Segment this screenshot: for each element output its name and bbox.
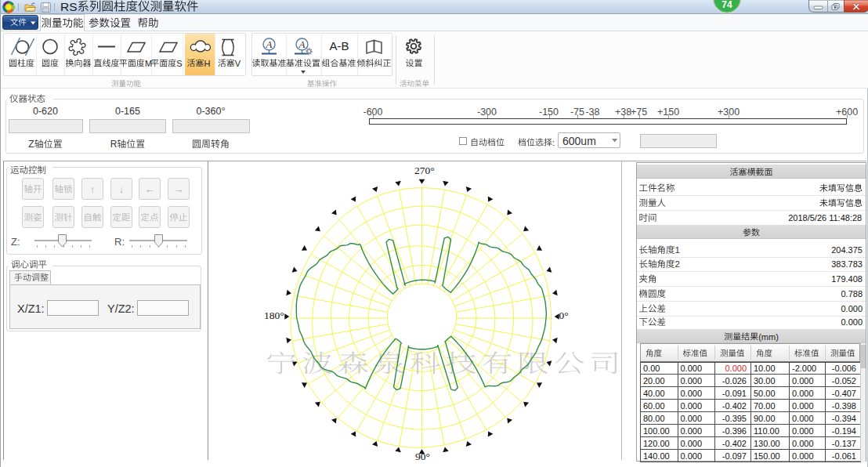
svg-text:90°: 90°: [415, 451, 430, 462]
svg-text:-0.396: -0.396: [722, 426, 747, 436]
svg-text:↑: ↑: [90, 183, 96, 195]
svg-text:20.00: 20.00: [643, 376, 665, 386]
svg-text:RS: RS: [60, 0, 78, 13]
svg-text:-150: -150: [539, 107, 559, 118]
svg-text:-0.398: -0.398: [832, 401, 856, 411]
svg-text:+75: +75: [631, 107, 647, 118]
svg-text:-0.407: -0.407: [832, 389, 856, 398]
svg-text:+300: +300: [718, 107, 740, 118]
svg-text:80.00: 80.00: [643, 414, 665, 423]
svg-text:0.000: 0.000: [725, 364, 747, 373]
svg-text:←: ←: [145, 183, 155, 195]
svg-text:10.00: 10.00: [754, 364, 776, 373]
svg-text:140.00: 140.00: [643, 451, 670, 461]
svg-text:(mm): (mm): [758, 332, 779, 342]
svg-text:90.00: 90.00: [754, 414, 776, 423]
svg-text:-75: -75: [570, 107, 584, 118]
svg-text:0.000: 0.000: [681, 401, 703, 411]
svg-text:0°: 0°: [559, 310, 569, 321]
svg-text:1: 1: [675, 245, 680, 255]
svg-text:0.000: 0.000: [841, 304, 863, 313]
svg-text:-0.091: -0.091: [722, 389, 747, 398]
svg-text:50.00: 50.00: [754, 389, 776, 398]
svg-text:0-620: 0-620: [33, 106, 58, 117]
svg-text:2018/5/26 11:48:28: 2018/5/26 11:48:28: [788, 213, 862, 223]
svg-text:-0.061: -0.061: [832, 451, 856, 461]
svg-text:V: V: [235, 59, 241, 68]
svg-text:+600: +600: [836, 107, 858, 118]
svg-text:0.000: 0.000: [792, 414, 814, 423]
svg-text:130.00: 130.00: [754, 439, 780, 448]
svg-text:0.000: 0.000: [681, 376, 703, 386]
svg-text:0.000: 0.000: [841, 317, 863, 327]
svg-text:-38: -38: [585, 107, 599, 118]
svg-text:0.000: 0.000: [681, 414, 703, 423]
svg-text:30.00: 30.00: [754, 376, 776, 386]
svg-text:-0.394: -0.394: [832, 414, 856, 423]
svg-text:↓: ↓: [119, 183, 125, 195]
svg-text:-300: -300: [477, 107, 497, 118]
svg-text:0.00: 0.00: [643, 364, 660, 373]
svg-text:2: 2: [675, 259, 680, 269]
svg-text:S: S: [176, 59, 182, 68]
svg-text:-0.395: -0.395: [722, 414, 747, 423]
svg-text:0.000: 0.000: [681, 439, 703, 448]
svg-text:0.000: 0.000: [792, 439, 814, 448]
svg-text:270°: 270°: [414, 165, 435, 176]
svg-text:0-165: 0-165: [115, 106, 140, 117]
svg-text:-0.137: -0.137: [832, 439, 856, 448]
svg-text:-0.402: -0.402: [722, 401, 747, 411]
svg-text:600um: 600um: [562, 135, 596, 147]
svg-text:0.000: 0.000: [792, 451, 814, 461]
svg-text:383.783: 383.783: [831, 259, 863, 269]
svg-text:-0.006: -0.006: [832, 364, 856, 373]
svg-text:0.000: 0.000: [681, 451, 703, 461]
svg-text:X/Z1:: X/Z1:: [17, 302, 45, 315]
svg-text:R: R: [110, 139, 118, 150]
svg-text:0-360°: 0-360°: [197, 106, 226, 117]
svg-text:H: H: [204, 59, 211, 68]
svg-text:R:: R:: [114, 236, 125, 248]
svg-text:150.00: 150.00: [754, 451, 780, 461]
svg-text:0.000: 0.000: [681, 426, 703, 436]
svg-text:Z: Z: [28, 139, 34, 150]
svg-text:0.000: 0.000: [792, 401, 814, 411]
svg-text:180°: 180°: [264, 310, 284, 321]
svg-text:110.00: 110.00: [754, 426, 779, 436]
svg-text:0.788: 0.788: [841, 289, 863, 299]
svg-text:0.000: 0.000: [792, 376, 814, 386]
svg-text:-0.026: -0.026: [722, 376, 747, 386]
svg-text:-0.402: -0.402: [722, 439, 747, 448]
svg-text:40.00: 40.00: [643, 389, 665, 398]
svg-text:-0.097: -0.097: [722, 451, 747, 461]
svg-text:M: M: [145, 59, 152, 68]
svg-text:-0.052: -0.052: [832, 376, 856, 386]
svg-text:+38: +38: [615, 107, 631, 118]
svg-text:0.000: 0.000: [792, 389, 814, 398]
svg-text:0.000: 0.000: [681, 364, 703, 373]
svg-text:-2.000: -2.000: [792, 364, 816, 373]
svg-text:Z:: Z:: [11, 236, 20, 248]
svg-text:0.000: 0.000: [681, 389, 703, 398]
svg-text:+150: +150: [657, 107, 679, 118]
svg-text:120.00: 120.00: [643, 439, 670, 448]
svg-text:70.00: 70.00: [754, 401, 776, 411]
svg-text:60.00: 60.00: [643, 401, 665, 411]
svg-text:204.375: 204.375: [831, 245, 863, 255]
svg-text:100.00: 100.00: [643, 426, 670, 436]
svg-text:0.000: 0.000: [792, 426, 814, 436]
svg-text:→: →: [174, 183, 184, 195]
svg-text:179.408: 179.408: [831, 274, 863, 284]
svg-text:Y/Z2:: Y/Z2:: [107, 302, 135, 315]
svg-text::: :: [552, 138, 555, 147]
svg-text:-0.194: -0.194: [832, 426, 856, 436]
svg-text:-600: -600: [363, 107, 382, 118]
